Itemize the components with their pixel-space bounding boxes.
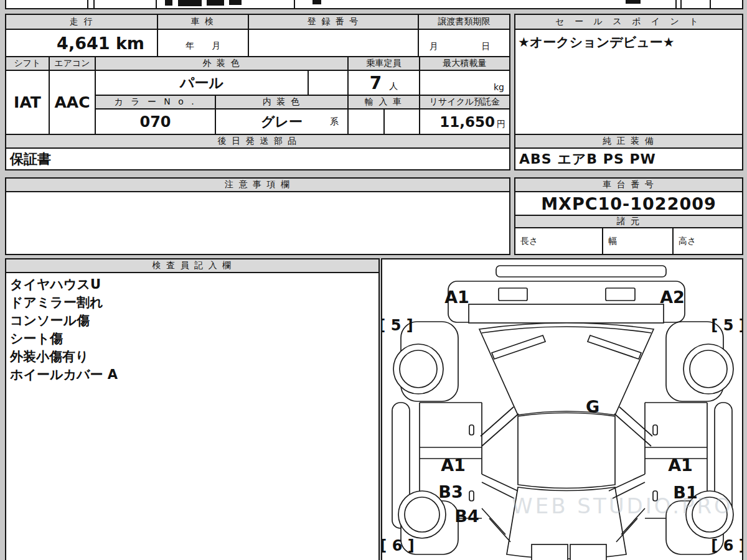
equipment-value: ABS エアB PS PW (514, 147, 743, 170)
chassis-header: 車 台 番 号 (514, 177, 743, 192)
import-value-cell-2 (383, 108, 420, 135)
registration-value (248, 29, 419, 57)
transfer-deadline-header: 譲渡書類期限 (418, 14, 510, 30)
damage-label-front-left: A1 (444, 287, 469, 307)
shift-header: シフト (5, 56, 50, 71)
shaken-header: 車 検 (157, 14, 249, 30)
exterior-color-value: パール (95, 70, 309, 96)
inspector-note-line: 外装小傷有り (10, 348, 378, 366)
interior-color-header: 内 装 色 (215, 95, 349, 110)
clipped-glyph-fragment (626, 0, 641, 4)
max-load-unit: kg (494, 82, 504, 92)
front-wheel-right (684, 344, 733, 394)
recycle-deposit-header: リサイクル預託金 (419, 95, 510, 110)
roof (518, 413, 615, 488)
clipped-glyph-fragment (229, 0, 242, 5)
tire-grade-rear-right: [ 6 ] (711, 537, 742, 554)
spec-header: 諸 元 (514, 215, 743, 228)
aircon-value: AAC (49, 70, 96, 135)
chassis-value: MXPC10-1022009 (514, 191, 743, 216)
top-cutoff-row (5, 0, 743, 9)
hood-leading-edge (469, 304, 664, 323)
shift-value: IAT (5, 70, 50, 135)
sales-point-header: セ ー ル ス ポ イ ン ト (514, 14, 743, 30)
damage-label-rear-door-left-a1: A1 (441, 455, 466, 475)
caution-value (5, 191, 510, 255)
front-wheel-left (393, 344, 443, 394)
color-no-header: カ ラ ー N o . (95, 95, 216, 110)
damage-label-rear-door-right-a1: A1 (668, 455, 693, 475)
max-load-header: 最大積載量 (419, 56, 510, 71)
auction-sheet: 走 行 車 検 登 録 番 号 譲渡書類期限 4,641 km 年 月 月 日 … (0, 0, 747, 560)
tire-grade-rear-left: [ 6 ] (382, 537, 415, 554)
damage-label-rear-door-left-b3: B3 (438, 482, 463, 502)
rear-bumper-step-left (532, 544, 568, 560)
inspector-notes: タイヤハウスU ドアミラー割れ コンソール傷 シート傷 外装小傷有り ホイールカ… (5, 272, 380, 560)
caution-header: 注 意 事 項 欄 (5, 177, 510, 192)
inspector-note-line: コンソール傷 (10, 312, 378, 330)
front-grille-right (606, 288, 635, 301)
aircon-header: エアコン (49, 56, 96, 71)
door-handle-rear-left (469, 491, 474, 501)
import-value-cell-1 (347, 108, 385, 135)
damage-label-rear-arch-left-b4: B4 (454, 506, 479, 526)
front-bumper-strip (496, 266, 666, 277)
exterior-color-extra-cell (308, 70, 349, 96)
transfer-deadline-value: 月 日 (418, 29, 510, 57)
car-damage-diagram: WEB STUDIO.PRO A1 A2 [ 5 ] [ 5 ] G A1 B3… (382, 259, 742, 560)
capacity-header: 乗車定員 (347, 56, 420, 71)
door-handle-front-left (469, 425, 474, 435)
color-no-value: 070 (95, 108, 216, 135)
recycle-deposit-value: 11,650 (439, 114, 495, 130)
damage-label-glass: G (586, 397, 599, 416)
car-diagram-box: WEB STUDIO.PRO A1 A2 [ 5 ] [ 5 ] G A1 B3… (381, 258, 743, 560)
windshield (479, 323, 654, 415)
clipped-glyph-fragment (165, 0, 172, 6)
clipped-glyph-fragment (178, 0, 202, 6)
clipped-glyph-fragment (207, 0, 224, 6)
capacity-unit: 人 (389, 81, 398, 92)
interior-color-suffix: 系 (330, 116, 339, 128)
capacity-value-cell: 7 人 (347, 70, 420, 96)
door-handle-front-right (653, 425, 657, 435)
max-load-cell: kg (419, 70, 510, 96)
interior-color-value: グレー (261, 113, 303, 131)
clipped-glyph-fragment (312, 0, 321, 4)
rear-bumper-step-right (570, 544, 606, 560)
spec-width-cell: 幅 (602, 227, 674, 255)
equipment-header: 純 正 装 備 (514, 134, 743, 149)
registration-header: 登 録 番 号 (248, 14, 419, 30)
inspector-note-line: シート傷 (10, 330, 378, 348)
inspector-header: 検 査 員 記 入 欄 (5, 258, 380, 273)
watermark-text: WEB STUDIO.PRO (512, 493, 733, 518)
capacity-value: 7 (370, 73, 382, 93)
recycle-deposit-cell: 11,650 円 (419, 108, 510, 135)
mileage-value: 4,641 km (5, 29, 158, 57)
tire-grade-front-right: [ 5 ] (711, 317, 742, 334)
a-pillar-right (614, 407, 652, 446)
later-parts-value: 保証書 (5, 147, 510, 170)
a-pillar-left (481, 407, 519, 446)
inspector-note-line: ドアミラー割れ (10, 294, 378, 312)
tire-grade-front-left: [ 5 ] (382, 317, 413, 334)
later-parts-header: 後 日 発 送 部 品 (5, 134, 510, 149)
inspector-note-line: タイヤハウスU (10, 276, 378, 294)
interior-color-cell: グレー 系 (215, 108, 349, 135)
inspector-note-line: ホイールカバー A (10, 366, 378, 384)
shaken-value: 年 月 (157, 29, 249, 57)
spec-height-cell: 高さ (672, 227, 743, 255)
mileage-header: 走 行 (5, 14, 158, 30)
exterior-color-header: 外 装 色 (95, 56, 349, 71)
front-grille-left (499, 288, 527, 301)
damage-label-rear-door-right-b1: B1 (673, 483, 697, 502)
spec-length-cell: 長さ (514, 227, 603, 255)
recycle-deposit-unit: 円 (497, 119, 505, 130)
import-header: 輸 入 車 (347, 95, 420, 110)
sales-point-value: ★オークションデビュー★ (514, 29, 743, 135)
damage-label-front-right: A2 (660, 287, 685, 307)
